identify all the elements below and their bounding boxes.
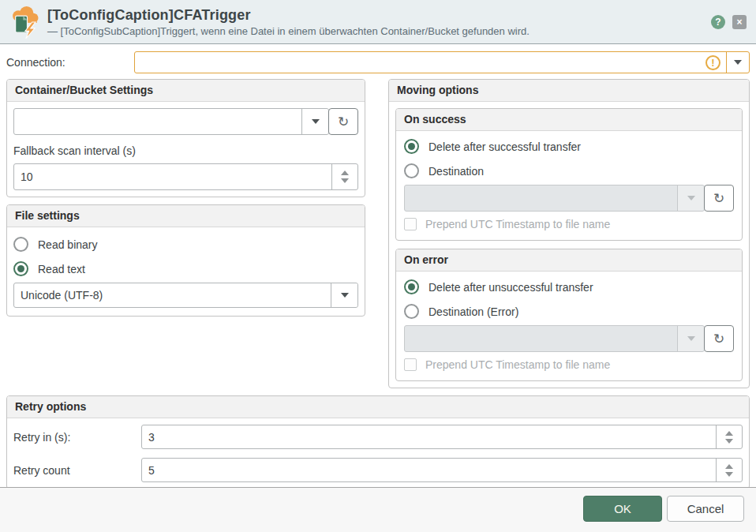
destination-error-refresh-button[interactable]: ↻: [704, 325, 734, 352]
cloud-file-trigger-icon: [8, 5, 41, 39]
prepend-utc-label: Prepend UTC Timestamp to file name: [425, 218, 610, 230]
container-combo-row: ↻: [13, 108, 358, 135]
radio-delete-after-success[interactable]: Delete after successful transfer: [404, 139, 734, 154]
radio-destination-success[interactable]: Destination: [404, 163, 734, 178]
spin-up-icon: [725, 431, 733, 436]
checkbox-icon: [404, 218, 417, 230]
prepend-utc-label: Prepend UTC Timestamp to file name: [425, 358, 610, 371]
read-text-label: Read text: [38, 263, 85, 275]
radio-selected-icon: [404, 279, 419, 294]
dialog-footer: OK Cancel: [0, 487, 756, 532]
connection-row: Connection: !: [0, 44, 756, 79]
encoding-input[interactable]: [14, 283, 331, 307]
page-title: [ToConfigCaption]CFATrigger: [47, 7, 530, 24]
refresh-icon: ↻: [338, 115, 349, 129]
section-file-settings: File settings Read binary Read text: [6, 204, 365, 317]
section-title: Moving options: [389, 80, 749, 102]
spinner-buttons[interactable]: [331, 164, 357, 189]
radio-read-text[interactable]: Read text: [13, 261, 358, 276]
radio-unselected-icon: [13, 237, 28, 252]
container-dropdown-button[interactable]: [301, 109, 328, 134]
connection-dropdown-button[interactable]: [726, 52, 749, 73]
delete-after-error-label: Delete after unsuccessful transfer: [429, 281, 593, 294]
section-moving-options: Moving options On success Delete after s…: [388, 79, 750, 388]
delete-after-success-label: Delete after successful transfer: [429, 140, 581, 153]
retry-in-label: Retry in (s):: [13, 431, 141, 444]
connection-combobox: !: [134, 51, 750, 73]
container-combobox: [13, 108, 329, 135]
connection-input[interactable]: [135, 52, 705, 73]
subsection-on-success: On success Delete after successful trans…: [395, 108, 743, 241]
destination-dropdown-button: [677, 185, 704, 211]
subsection-title: On error: [396, 249, 742, 272]
section-retry-options: Retry options Retry in (s): Retry count: [6, 395, 750, 489]
radio-delete-after-error[interactable]: Delete after unsuccessful transfer: [404, 279, 734, 294]
container-refresh-button[interactable]: ↻: [328, 108, 358, 135]
radio-selected-icon: [404, 139, 419, 154]
subsection-body: Delete after successful transfer Destina…: [396, 131, 742, 240]
chevron-down-icon: [687, 336, 695, 341]
section-container-bucket-settings: Container/Bucket Settings ↻ Fal: [6, 79, 365, 197]
destination-input: [405, 185, 677, 211]
left-column: Container/Bucket Settings ↻ Fal: [6, 79, 365, 388]
destination-label: Destination: [429, 165, 484, 178]
section-body: Read binary Read text: [7, 227, 365, 316]
header-buttons: ? ×: [711, 15, 747, 29]
spinner-buttons[interactable]: [716, 425, 742, 448]
main-content: Container/Bucket Settings ↻ Fal: [0, 79, 756, 388]
warning-icon: !: [705, 55, 720, 70]
container-input[interactable]: [14, 109, 301, 134]
dialog-header: [ToConfigCaption]CFATrigger — [ToConfigS…: [0, 0, 756, 44]
fallback-interval-label: Fallback scan interval (s): [13, 144, 358, 157]
subsection-on-error: On error Delete after unsuccessful trans…: [395, 249, 743, 381]
retry-count-row: Retry count: [13, 458, 743, 482]
retry-count-spinner: [141, 458, 743, 482]
checkbox-prepend-utc-error: Prepend UTC Timestamp to file name: [404, 358, 734, 371]
radio-unselected-icon: [404, 304, 419, 319]
retry-in-row: Retry in (s):: [13, 425, 743, 449]
section-body: ↻ Fallback scan interval (s): [7, 102, 365, 197]
destination-combo-row: ↻: [404, 185, 734, 212]
spin-up-icon: [341, 170, 349, 175]
spin-down-icon: [341, 178, 349, 183]
fallback-interval-input[interactable]: [14, 164, 331, 189]
header-text: [ToConfigCaption]CFATrigger — [ToConfigS…: [47, 7, 530, 37]
destination-refresh-button[interactable]: ↻: [704, 185, 734, 212]
chevron-down-icon: [687, 196, 695, 200]
close-icon[interactable]: ×: [732, 15, 747, 29]
section-body: Retry in (s): Retry count: [7, 418, 749, 489]
subsection-title: On success: [396, 109, 742, 131]
destination-combobox-disabled: [404, 185, 705, 212]
radio-destination-error[interactable]: Destination (Error): [404, 304, 734, 319]
radio-read-binary[interactable]: Read binary: [13, 237, 358, 252]
checkbox-prepend-utc-success: Prepend UTC Timestamp to file name: [404, 218, 734, 230]
destination-error-dropdown-button: [677, 326, 704, 351]
right-column: Moving options On success Delete after s…: [388, 79, 750, 388]
section-body: On success Delete after successful trans…: [389, 102, 749, 388]
spinner-buttons[interactable]: [716, 459, 742, 481]
retry-count-label: Retry count: [13, 464, 141, 477]
spin-down-icon: [725, 439, 733, 444]
radio-selected-icon: [13, 261, 28, 276]
section-title: Retry options: [7, 396, 749, 418]
retry-count-input[interactable]: [142, 459, 716, 481]
radio-unselected-icon: [404, 163, 419, 178]
encoding-combobox: [13, 283, 358, 308]
fallback-interval-spinner: [13, 163, 358, 190]
cancel-button[interactable]: Cancel: [667, 496, 744, 522]
chevron-down-icon: [341, 293, 349, 298]
ok-button[interactable]: OK: [583, 496, 662, 522]
retry-in-spinner: [141, 425, 743, 449]
section-title: File settings: [7, 205, 365, 227]
chevron-down-icon: [312, 119, 320, 124]
connection-label: Connection:: [6, 56, 134, 69]
read-binary-label: Read binary: [38, 238, 98, 251]
encoding-dropdown-button[interactable]: [331, 283, 357, 307]
subsection-body: Delete after unsuccessful transfer Desti…: [396, 272, 742, 380]
retry-in-input[interactable]: [142, 425, 716, 448]
destination-error-combo-row: ↻: [404, 325, 734, 352]
spin-up-icon: [725, 464, 733, 469]
chevron-down-icon: [734, 60, 742, 65]
destination-error-label: Destination (Error): [429, 305, 518, 318]
help-icon[interactable]: ?: [711, 15, 725, 29]
